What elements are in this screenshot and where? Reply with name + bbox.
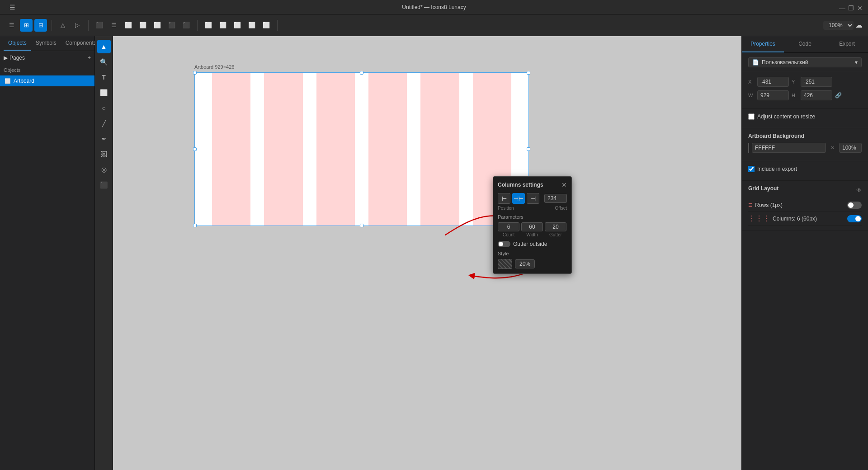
tab-objects[interactable]: Objects xyxy=(4,36,31,51)
columns-icon: ⋮⋮⋮ xyxy=(748,214,770,223)
zoom-select[interactable]: 100% 50% 200% xyxy=(823,21,854,30)
position-label: Position xyxy=(498,206,514,211)
rectangle-tool[interactable]: ⬜ xyxy=(97,86,111,99)
mask-button[interactable]: ⬜ xyxy=(202,19,215,32)
param-labels: Count Width Gutter xyxy=(498,232,567,237)
pages-toggle[interactable]: ▶ Pages xyxy=(4,55,25,61)
adjust-section: Adjust content on resize xyxy=(742,109,868,128)
tab-code[interactable]: Code xyxy=(784,36,826,52)
ellipse-tool[interactable]: ○ xyxy=(97,101,111,115)
style-row xyxy=(498,259,567,269)
handle-bl[interactable] xyxy=(193,224,197,227)
sep4 xyxy=(277,20,278,31)
columns-toggle[interactable] xyxy=(847,215,862,222)
artboard[interactable] xyxy=(194,72,529,226)
app-title: Untitled* — Icons8 Lunacy xyxy=(402,4,466,10)
xy-row: X Y xyxy=(748,77,862,87)
component-tool[interactable]: ◎ xyxy=(97,163,111,176)
gutter-outside-row: Gutter outside xyxy=(498,241,567,247)
count-input[interactable] xyxy=(498,222,519,231)
offset-input[interactable] xyxy=(544,194,567,203)
pos-left-button[interactable]: ⊢ xyxy=(498,193,510,204)
align-mid-button[interactable]: ⬜ xyxy=(137,19,149,32)
pen-tool[interactable]: ✒ xyxy=(97,132,111,146)
position-section: X Y W H 🔗 xyxy=(742,72,868,109)
bg-color-input[interactable] xyxy=(752,143,826,153)
unmask-button[interactable]: ⬜ xyxy=(217,19,229,32)
grid-button[interactable]: ⊞ xyxy=(20,19,33,32)
pages-chevron-icon: ▶ xyxy=(4,55,8,61)
rows-toggle[interactable] xyxy=(847,202,862,209)
align-top-button[interactable]: ⬜ xyxy=(122,19,135,32)
w-input[interactable] xyxy=(757,90,789,100)
x-input[interactable] xyxy=(757,77,789,87)
pos-right-button[interactable]: ⊣ xyxy=(527,193,539,204)
handle-ml[interactable] xyxy=(193,147,197,151)
y-input[interactable] xyxy=(801,77,832,87)
bg-opacity-input[interactable] xyxy=(839,143,862,153)
grid-layout-section: Grid Layout 👁 ≡ Rows (1px) ⋮⋮⋮ Columns: … xyxy=(742,181,868,230)
artboard-bg-title: Artboard Background xyxy=(748,133,862,139)
width-input[interactable] xyxy=(521,222,543,231)
link-proportions-icon[interactable]: 🔗 xyxy=(835,92,842,99)
title-bar-left: ☰ xyxy=(5,0,19,14)
style-preview[interactable] xyxy=(498,259,512,269)
zoom-tool[interactable]: 🔍 xyxy=(97,55,111,69)
dist-h-button[interactable]: ⬛ xyxy=(165,19,178,32)
handle-tm[interactable] xyxy=(360,71,363,75)
menu-icon[interactable]: ☰ xyxy=(5,0,19,14)
preset-section: 📄 Пользовательский ▾ xyxy=(742,53,868,72)
include-export-row: Include in export xyxy=(748,166,862,172)
h-input[interactable] xyxy=(801,90,832,100)
y-label: Y xyxy=(792,79,798,85)
line-tool[interactable]: ╱ xyxy=(97,117,111,130)
gutter-input[interactable] xyxy=(545,222,566,231)
rows-left: ≡ Rows (1px) xyxy=(748,201,783,209)
handle-tl[interactable] xyxy=(193,71,197,75)
align-left-button[interactable]: △ xyxy=(57,19,69,32)
preset-dropdown[interactable]: 📄 Пользовательский ▾ xyxy=(748,57,862,67)
columns-label: Columns: 6 (60px) xyxy=(773,216,817,222)
tab-properties[interactable]: Properties xyxy=(742,36,784,52)
handle-tr[interactable] xyxy=(527,71,530,75)
text-tool[interactable]: T xyxy=(97,70,111,84)
handle-bm[interactable] xyxy=(360,224,363,227)
x-label: X xyxy=(748,79,755,85)
align-right-button[interactable]: ▷ xyxy=(71,19,84,32)
image-tool[interactable]: 🖼 xyxy=(97,147,111,161)
close-button[interactable]: ✕ xyxy=(857,5,863,10)
align-bot-button[interactable]: ⬜ xyxy=(151,19,164,32)
dist-v-button[interactable]: ⬛ xyxy=(180,19,193,32)
tab-export[interactable]: Export xyxy=(826,36,868,52)
sep3 xyxy=(197,20,198,31)
rows-label: Rows (1px) xyxy=(755,202,783,208)
tab-symbols[interactable]: Symbols xyxy=(31,36,61,51)
view-button[interactable]: ⊟ xyxy=(34,19,47,32)
frame-tool[interactable]: ⬛ xyxy=(97,178,111,192)
restore-button[interactable]: ❐ xyxy=(848,5,854,10)
handle-mr[interactable] xyxy=(527,147,530,151)
align-h-button[interactable]: ⬛ xyxy=(93,19,106,32)
include-export-checkbox[interactable] xyxy=(748,166,755,172)
align-v-button[interactable]: ☰ xyxy=(108,19,120,32)
select-tool[interactable]: ▲ xyxy=(97,40,111,53)
pos-center-button[interactable]: ⊣⊢ xyxy=(512,193,525,204)
gutter-outside-toggle[interactable] xyxy=(498,241,510,247)
bool2-button[interactable]: ⬜ xyxy=(260,19,273,32)
pages-add-button[interactable]: + xyxy=(88,55,91,61)
flatten-button[interactable]: ⬜ xyxy=(231,19,244,32)
layer-artboard[interactable]: ⬜ Artboard xyxy=(0,75,94,86)
w-label: W xyxy=(748,93,755,98)
popup-close-button[interactable]: ✕ xyxy=(561,181,567,188)
canvas-area[interactable]: Artboard 929×426 xyxy=(113,36,741,470)
menu-button[interactable]: ☰ xyxy=(5,19,18,32)
app-body: Objects Symbols Components ▶ Pages + Obj… xyxy=(0,36,868,470)
cloud-icon[interactable]: ☁ xyxy=(855,21,863,29)
bool-button[interactable]: ⬜ xyxy=(245,19,258,32)
count-label: Count xyxy=(498,232,519,237)
style-opacity-input[interactable] xyxy=(515,259,535,268)
adjust-content-checkbox[interactable] xyxy=(748,113,755,120)
minimize-button[interactable]: — xyxy=(839,5,844,10)
grid-visibility-icon[interactable]: 👁 xyxy=(856,187,862,193)
bg-color-swatch[interactable] xyxy=(748,143,749,153)
